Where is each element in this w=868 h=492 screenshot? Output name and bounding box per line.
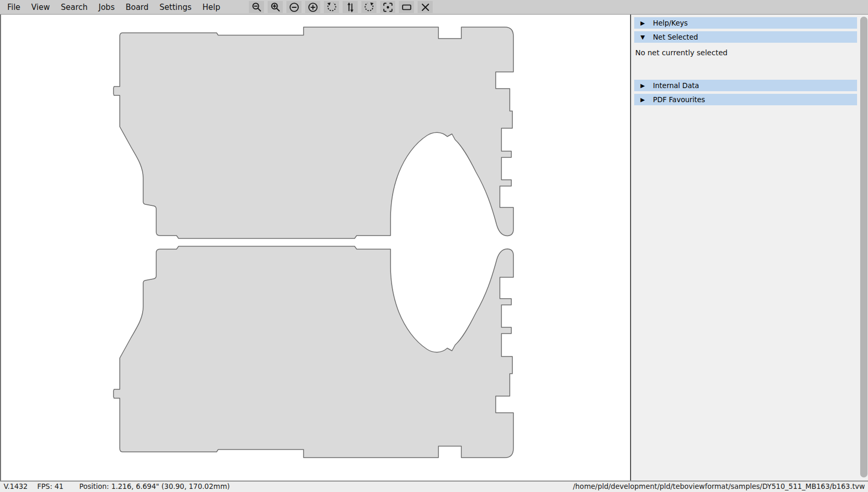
panel-header-net-selected[interactable]: ▼ Net Selected: [634, 31, 857, 43]
flip-vertical-icon: [345, 2, 356, 13]
expanded-arrow-icon: ▼: [640, 34, 647, 40]
toolbar: [249, 1, 436, 13]
increase-button[interactable]: [305, 1, 320, 13]
menu-help[interactable]: Help: [203, 3, 220, 12]
zoom-out-button[interactable]: [249, 1, 264, 13]
collapsed-arrow-icon: ▶: [640, 83, 647, 89]
close-icon: [420, 2, 431, 13]
center-target-icon: [382, 2, 394, 13]
sidebar-scrollbar-thumb[interactable]: [860, 17, 867, 477]
rotate-ccw-button[interactable]: [324, 1, 339, 13]
center-view-button[interactable]: [380, 1, 395, 13]
version-text: V.1432: [4, 482, 28, 490]
rectangle-icon: [401, 2, 412, 13]
rotate-cw-icon: [363, 2, 375, 13]
panel-label: Net Selected: [653, 33, 698, 41]
sidebar-panels: ▶ Help/Keys ▼ Net Selected No net curren…: [634, 17, 857, 108]
menu-settings[interactable]: Settings: [159, 3, 192, 12]
zoom-in-button[interactable]: [268, 1, 283, 13]
board-view: [1, 15, 630, 481]
board-canvas[interactable]: [0, 15, 630, 481]
panel-header-internal-data[interactable]: ▶ Internal Data: [634, 80, 857, 91]
menubar: File View Search Jobs Board Settings Hel…: [0, 0, 868, 15]
menu-file[interactable]: File: [7, 3, 20, 12]
menu-items: File View Search Jobs Board Settings Hel…: [7, 0, 231, 14]
menu-search[interactable]: Search: [61, 3, 88, 12]
menu-board[interactable]: Board: [125, 3, 148, 12]
board-outline-bottom[interactable]: [114, 247, 513, 458]
net-selected-content: No net currently selected: [634, 45, 857, 77]
collapsed-arrow-icon: ▶: [640, 97, 647, 103]
flip-vertical-button[interactable]: [343, 1, 358, 13]
fit-window-button[interactable]: [399, 1, 414, 13]
magnifier-plus-icon: [270, 2, 281, 13]
rotate-ccw-icon: [326, 2, 337, 13]
status-left: V.1432 FPS: 41 Position: 1.216, 6.694" (…: [4, 482, 230, 490]
statusbar: V.1432 FPS: 41 Position: 1.216, 6.694" (…: [0, 481, 868, 492]
panel-label: Help/Keys: [653, 19, 688, 27]
decrease-button[interactable]: [286, 1, 301, 13]
panel-label: Internal Data: [653, 81, 699, 90]
net-selected-status-text: No net currently selected: [635, 48, 857, 57]
position-text: Position: 1.216, 6.694" (30.90, 170.02mm…: [79, 482, 230, 490]
board-outline-top[interactable]: [114, 27, 513, 239]
sidebar: ▶ Help/Keys ▼ Net Selected No net curren…: [630, 15, 868, 481]
panel-header-pdf-favourites[interactable]: ▶ PDF Favourites: [634, 94, 857, 105]
magnifier-minus-icon: [251, 2, 262, 13]
rotate-cw-button[interactable]: [361, 1, 376, 13]
panel-label: PDF Favourites: [653, 95, 705, 104]
fps-text: FPS: 41: [37, 482, 64, 490]
menu-jobs[interactable]: Jobs: [98, 3, 115, 12]
collapsed-arrow-icon: ▶: [640, 20, 647, 26]
sidebar-scrollbar: [860, 17, 867, 477]
circle-plus-icon: [307, 2, 319, 13]
menu-view[interactable]: View: [31, 3, 50, 12]
circle-minus-icon: [288, 2, 300, 13]
file-path-text: /home/pld/development/pld/teboviewformat…: [573, 482, 865, 490]
close-button[interactable]: [418, 1, 433, 13]
panel-header-help-keys[interactable]: ▶ Help/Keys: [634, 17, 857, 29]
